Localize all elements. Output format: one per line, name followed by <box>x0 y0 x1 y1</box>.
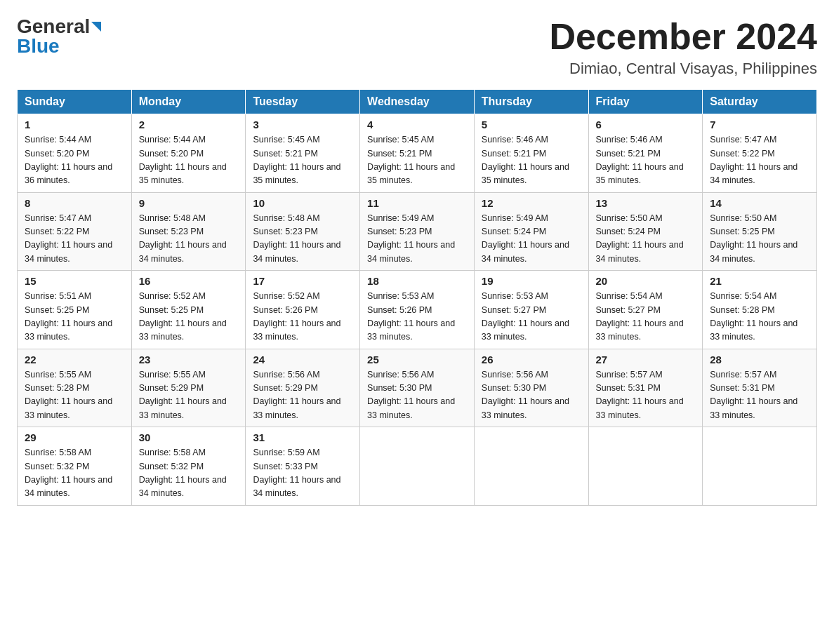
day-info: Sunrise: 5:56 AMSunset: 5:30 PMDaylight:… <box>482 368 581 423</box>
day-info: Sunrise: 5:51 AMSunset: 5:25 PMDaylight:… <box>25 290 124 344</box>
day-number: 6 <box>596 119 696 130</box>
calendar-cell: 13Sunrise: 5:50 AMSunset: 5:24 PMDayligh… <box>588 192 703 271</box>
day-info: Sunrise: 5:44 AMSunset: 5:20 PMDaylight:… <box>25 133 124 188</box>
calendar-cell: 4Sunrise: 5:45 AMSunset: 5:21 PMDaylight… <box>360 114 475 193</box>
day-info: Sunrise: 5:54 AMSunset: 5:27 PMDaylight:… <box>596 290 696 344</box>
column-header-friday: Friday <box>588 90 703 114</box>
calendar-cell: 1Sunrise: 5:44 AMSunset: 5:20 PMDaylight… <box>18 114 132 193</box>
day-info: Sunrise: 5:56 AMSunset: 5:29 PMDaylight:… <box>253 368 352 423</box>
calendar-cell <box>588 427 703 506</box>
day-number: 30 <box>139 431 239 443</box>
calendar-cell <box>360 427 475 506</box>
calendar-cell: 12Sunrise: 5:49 AMSunset: 5:24 PMDayligh… <box>474 192 588 271</box>
day-info: Sunrise: 5:58 AMSunset: 5:32 PMDaylight:… <box>139 446 239 501</box>
day-number: 28 <box>710 354 809 365</box>
day-number: 4 <box>367 119 467 130</box>
calendar-cell: 7Sunrise: 5:47 AMSunset: 5:22 PMDaylight… <box>703 114 817 193</box>
calendar-week-row: 29Sunrise: 5:58 AMSunset: 5:32 PMDayligh… <box>18 427 817 506</box>
day-info: Sunrise: 5:47 AMSunset: 5:22 PMDaylight:… <box>25 212 124 267</box>
day-number: 3 <box>253 119 352 130</box>
column-header-monday: Monday <box>131 90 246 114</box>
day-info: Sunrise: 5:53 AMSunset: 5:26 PMDaylight:… <box>367 290 467 344</box>
day-info: Sunrise: 5:57 AMSunset: 5:31 PMDaylight:… <box>710 368 809 423</box>
page-header: General Blue December 2024 Dimiao, Centr… <box>17 17 817 78</box>
day-info: Sunrise: 5:48 AMSunset: 5:23 PMDaylight:… <box>139 212 239 267</box>
day-info: Sunrise: 5:57 AMSunset: 5:31 PMDaylight:… <box>596 368 696 423</box>
calendar-cell: 31Sunrise: 5:59 AMSunset: 5:33 PMDayligh… <box>246 427 360 506</box>
day-info: Sunrise: 5:45 AMSunset: 5:21 PMDaylight:… <box>253 133 352 188</box>
day-number: 10 <box>253 197 352 209</box>
calendar-week-row: 22Sunrise: 5:55 AMSunset: 5:28 PMDayligh… <box>18 349 817 427</box>
calendar-cell: 27Sunrise: 5:57 AMSunset: 5:31 PMDayligh… <box>588 349 703 427</box>
calendar-cell: 30Sunrise: 5:58 AMSunset: 5:32 PMDayligh… <box>131 427 246 506</box>
day-info: Sunrise: 5:52 AMSunset: 5:25 PMDaylight:… <box>139 290 239 344</box>
day-info: Sunrise: 5:47 AMSunset: 5:22 PMDaylight:… <box>710 133 809 188</box>
day-number: 11 <box>367 197 467 209</box>
day-number: 19 <box>482 275 581 287</box>
day-info: Sunrise: 5:49 AMSunset: 5:24 PMDaylight:… <box>482 212 581 267</box>
day-number: 20 <box>596 275 696 287</box>
calendar-cell: 21Sunrise: 5:54 AMSunset: 5:28 PMDayligh… <box>703 271 817 349</box>
calendar-cell: 29Sunrise: 5:58 AMSunset: 5:32 PMDayligh… <box>18 427 132 506</box>
logo-general-text: General <box>17 17 90 36</box>
day-info: Sunrise: 5:58 AMSunset: 5:32 PMDaylight:… <box>25 446 124 501</box>
day-number: 25 <box>367 354 467 365</box>
day-number: 24 <box>253 354 352 365</box>
day-number: 14 <box>710 197 809 209</box>
day-info: Sunrise: 5:49 AMSunset: 5:23 PMDaylight:… <box>367 212 467 267</box>
title-block: December 2024 Dimiao, Central Visayas, P… <box>549 17 817 78</box>
day-number: 9 <box>139 197 239 209</box>
calendar-table: SundayMondayTuesdayWednesdayThursdayFrid… <box>17 89 817 506</box>
calendar-cell: 5Sunrise: 5:46 AMSunset: 5:21 PMDaylight… <box>474 114 588 193</box>
day-info: Sunrise: 5:55 AMSunset: 5:28 PMDaylight:… <box>25 368 124 423</box>
calendar-cell: 20Sunrise: 5:54 AMSunset: 5:27 PMDayligh… <box>588 271 703 349</box>
day-info: Sunrise: 5:59 AMSunset: 5:33 PMDaylight:… <box>253 446 352 501</box>
calendar-cell: 19Sunrise: 5:53 AMSunset: 5:27 PMDayligh… <box>474 271 588 349</box>
calendar-week-row: 8Sunrise: 5:47 AMSunset: 5:22 PMDaylight… <box>18 192 817 271</box>
calendar-cell <box>703 427 817 506</box>
calendar-cell: 15Sunrise: 5:51 AMSunset: 5:25 PMDayligh… <box>18 271 132 349</box>
calendar-cell: 2Sunrise: 5:44 AMSunset: 5:20 PMDaylight… <box>131 114 246 193</box>
day-number: 7 <box>710 119 809 130</box>
calendar-header: SundayMondayTuesdayWednesdayThursdayFrid… <box>18 90 817 114</box>
logo-arrow-icon <box>91 22 101 32</box>
day-number: 15 <box>25 275 124 287</box>
day-number: 23 <box>139 354 239 365</box>
day-number: 8 <box>25 197 124 209</box>
day-number: 12 <box>482 197 581 209</box>
day-info: Sunrise: 5:52 AMSunset: 5:26 PMDaylight:… <box>253 290 352 344</box>
calendar-cell: 14Sunrise: 5:50 AMSunset: 5:25 PMDayligh… <box>703 192 817 271</box>
calendar-cell: 24Sunrise: 5:56 AMSunset: 5:29 PMDayligh… <box>246 349 360 427</box>
column-header-sunday: Sunday <box>18 90 132 114</box>
day-info: Sunrise: 5:48 AMSunset: 5:23 PMDaylight:… <box>253 212 352 267</box>
calendar-cell: 10Sunrise: 5:48 AMSunset: 5:23 PMDayligh… <box>246 192 360 271</box>
day-info: Sunrise: 5:50 AMSunset: 5:25 PMDaylight:… <box>710 212 809 267</box>
calendar-cell: 8Sunrise: 5:47 AMSunset: 5:22 PMDaylight… <box>18 192 132 271</box>
day-info: Sunrise: 5:45 AMSunset: 5:21 PMDaylight:… <box>367 133 467 188</box>
calendar-week-row: 15Sunrise: 5:51 AMSunset: 5:25 PMDayligh… <box>18 271 817 349</box>
calendar-cell: 26Sunrise: 5:56 AMSunset: 5:30 PMDayligh… <box>474 349 588 427</box>
calendar-cell: 6Sunrise: 5:46 AMSunset: 5:21 PMDaylight… <box>588 114 703 193</box>
calendar-cell: 17Sunrise: 5:52 AMSunset: 5:26 PMDayligh… <box>246 271 360 349</box>
day-info: Sunrise: 5:56 AMSunset: 5:30 PMDaylight:… <box>367 368 467 423</box>
calendar-cell <box>474 427 588 506</box>
logo-blue-text: Blue <box>17 36 60 56</box>
day-info: Sunrise: 5:55 AMSunset: 5:29 PMDaylight:… <box>139 368 239 423</box>
calendar-week-row: 1Sunrise: 5:44 AMSunset: 5:20 PMDaylight… <box>18 114 817 193</box>
day-number: 18 <box>367 275 467 287</box>
month-title: December 2024 <box>549 17 817 57</box>
day-number: 21 <box>710 275 809 287</box>
day-number: 1 <box>25 119 124 130</box>
column-header-saturday: Saturday <box>703 90 817 114</box>
calendar-cell: 22Sunrise: 5:55 AMSunset: 5:28 PMDayligh… <box>18 349 132 427</box>
calendar-cell: 3Sunrise: 5:45 AMSunset: 5:21 PMDaylight… <box>246 114 360 193</box>
calendar-cell: 18Sunrise: 5:53 AMSunset: 5:26 PMDayligh… <box>360 271 475 349</box>
day-info: Sunrise: 5:46 AMSunset: 5:21 PMDaylight:… <box>596 133 696 188</box>
day-number: 2 <box>139 119 239 130</box>
day-number: 22 <box>25 354 124 365</box>
column-header-thursday: Thursday <box>474 90 588 114</box>
logo: General Blue <box>17 17 101 56</box>
location-subtitle: Dimiao, Central Visayas, Philippines <box>549 60 817 78</box>
day-info: Sunrise: 5:54 AMSunset: 5:28 PMDaylight:… <box>710 290 809 344</box>
day-number: 31 <box>253 431 352 443</box>
